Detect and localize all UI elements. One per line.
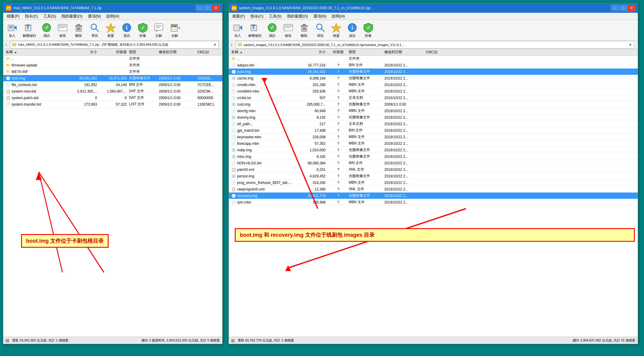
left-menu-fav[interactable]: 我的最愛(O) bbox=[59, 13, 85, 20]
right-tool-antivirus-label: 防毒 bbox=[365, 34, 372, 38]
right-tool-test[interactable]: ✓ 測試 bbox=[265, 21, 279, 39]
left-tool-extract[interactable]: 解壓縮到 bbox=[21, 21, 38, 39]
right-row-11[interactable]: 📄gpt_main0.bin 17,408 ? BIN 文件 2019/10/2… bbox=[229, 127, 638, 134]
left-col-packed-header[interactable]: 封裝後 bbox=[99, 50, 129, 55]
left-address-dropdown[interactable]: ▼ bbox=[213, 43, 217, 47]
left-tool-selfextract[interactable]: EXE 自解 bbox=[168, 21, 182, 39]
left-row-0[interactable]: 📁.. 文件夾 bbox=[3, 55, 222, 62]
left-col-crc-header[interactable]: CRC32 bbox=[197, 50, 221, 54]
right-row-4[interactable]: 📄cmnlib.mbn 201,280 ? MBN 文件 2019/10/22 … bbox=[229, 82, 638, 88]
left-up-arrow: ↑ bbox=[5, 42, 7, 47]
right-row-14[interactable]: 💿mdtp.img 1,024,000 ? 光盤映像文件 2019/10/22 … bbox=[229, 147, 638, 153]
right-tool-info[interactable]: i 資訊 bbox=[345, 21, 359, 39]
right-address-dropdown[interactable]: ▼ bbox=[629, 43, 632, 47]
left-row-2[interactable]: 📁META-INF 文件夾 bbox=[3, 69, 222, 75]
left-window-title: miui_HM4X_V11.0.1.0.NAMCNXM_7e7448fe6d_7… bbox=[13, 6, 194, 10]
left-tool-info[interactable]: i 資訊 bbox=[120, 21, 134, 39]
right-address-text: santoni_images_V11.0.1.0.NAMCNXM_2019102… bbox=[244, 43, 627, 47]
left-extract-icon bbox=[24, 22, 35, 33]
right-row-18[interactable]: 💿persist.img 4,829,452 ? 光盤映像文件 2019/10/… bbox=[229, 173, 638, 179]
left-tool-wizard[interactable]: 精靈 bbox=[104, 21, 118, 39]
right-file-list[interactable]: 📁.. 文件夾 📄adspso.bin 16,777,216 ? BIN 文件 … bbox=[229, 55, 638, 337]
right-row-5[interactable]: 📄cmnlib64.mbn 255,936 ? MBN 文件 2019/10/2… bbox=[229, 88, 638, 95]
left-row-7-name: 📄system.transfer.list bbox=[4, 102, 64, 107]
right-row-10[interactable]: 📄elf_path... 217 ? 文本文档 2019/10/22 2... bbox=[229, 121, 638, 127]
right-close-btn[interactable]: ✕ bbox=[628, 5, 635, 11]
right-row-22[interactable]: 📄rpm.mbn 185,968 ? MBN 文件 2019/10/22 2..… bbox=[229, 199, 638, 206]
right-row-3[interactable]: 💿cache.img 6,398,184 ? 光盤映像文件 2019/10/22… bbox=[229, 75, 638, 82]
right-row-17[interactable]: 📋patch0.xml 6,251 ? XML 文件 2019/10/22 2.… bbox=[229, 166, 638, 173]
left-row-3[interactable]: 💿boot.img 29,341,002 15,971,923 光盤映像文件 2… bbox=[3, 75, 222, 82]
left-row-1[interactable]: 📁firmware-update 文件夾 bbox=[3, 62, 222, 69]
left-tool-delete[interactable]: 刪除 bbox=[72, 21, 86, 39]
left-address-icon: ZIP bbox=[12, 42, 16, 47]
left-menu-help[interactable]: 說明(H) bbox=[104, 13, 122, 20]
right-tool-view[interactable]: 檢視 bbox=[281, 21, 295, 39]
left-row-3-name: 💿boot.img bbox=[4, 76, 64, 81]
right-address-bar[interactable]: TGZ santoni_images_V11.0.1.0.NAMCNXM_201… bbox=[236, 41, 634, 49]
right-row-6[interactable]: 📄crclist.txt 507 ? 文本文档 2019/10/22 2... bbox=[229, 95, 638, 101]
right-minimize-btn[interactable]: ─ bbox=[611, 5, 619, 11]
left-menu-tools[interactable]: 工具(S) bbox=[41, 13, 58, 20]
right-menu-cmd[interactable]: 指令(C) bbox=[248, 13, 266, 20]
left-col-type-header[interactable]: 類型 bbox=[129, 50, 159, 55]
right-row-20[interactable]: 📋rawprogram0.xml 12,380 ? XML 文件 2019/10… bbox=[229, 186, 638, 193]
right-tool-find[interactable]: 尋找 bbox=[313, 21, 327, 39]
left-address-bar[interactable]: ZIP miui_HM4X_V11.0.1.0.NAMCNXM_7e7448fe… bbox=[10, 41, 219, 49]
left-menu-file[interactable]: 檔案(F) bbox=[4, 13, 22, 20]
left-file-list[interactable]: 📁.. 文件夾 📁firmware-update 文件夾 📁MET bbox=[3, 55, 222, 337]
right-tool-add[interactable]: 加入 bbox=[231, 21, 245, 39]
svg-text:✓: ✓ bbox=[270, 25, 275, 31]
left-close-btn[interactable]: ✕ bbox=[212, 5, 220, 11]
right-row-12[interactable]: 📄keymaster.mbn 226,008 ? MBN 文件 2019/10/… bbox=[229, 134, 638, 140]
left-col-date-header[interactable]: 修改的日期 bbox=[159, 50, 197, 55]
left-tool-add[interactable]: 加入 bbox=[5, 21, 19, 39]
right-menu-file[interactable]: 檔案(F) bbox=[230, 13, 248, 20]
right-menu-help[interactable]: 說明(H) bbox=[329, 13, 347, 20]
left-col-size-header[interactable]: 大小 bbox=[64, 50, 99, 55]
right-row-7[interactable]: 💿cust.img 285,000,7... ? 光盤映像文件 2009/1/1… bbox=[229, 101, 638, 108]
left-tool-find[interactable]: 尋找 bbox=[88, 21, 102, 39]
right-row-2[interactable]: 💿boot.img 29,341,002 ? 光盤映像文件 2019/10/22… bbox=[229, 69, 638, 75]
right-row-0[interactable]: 📁.. 文件夾 bbox=[229, 55, 638, 62]
left-minimize-btn[interactable]: ─ bbox=[196, 5, 203, 11]
right-col-crc-header[interactable]: CRC32 bbox=[426, 50, 637, 54]
right-col-packed-header[interactable]: 封裝後 bbox=[328, 50, 349, 55]
right-tool-extract[interactable]: 解壓縮到 bbox=[247, 21, 263, 39]
left-menu-options[interactable]: 選項(N) bbox=[85, 13, 103, 20]
left-row-5[interactable]: 📋system.new.dat 2,812,305,... 1,564,897,… bbox=[3, 88, 222, 95]
right-menu-tools[interactable]: 工具(S) bbox=[267, 13, 284, 20]
left-tool-antivirus[interactable]: ✓ 防毒 bbox=[136, 21, 150, 39]
right-row-21[interactable]: 💿recovery.img 31,421,774 ? 光盤映像文件 2019/1… bbox=[229, 193, 638, 199]
right-col-size-header[interactable]: 大小 bbox=[295, 50, 328, 55]
left-menu-cmd[interactable]: 指令(C) bbox=[23, 13, 40, 20]
svg-text:✓: ✓ bbox=[367, 25, 370, 30]
left-row-4[interactable]: 📄file_contexts.bin 191,952 24,149 BIN 文件… bbox=[3, 82, 222, 88]
right-maximize-btn[interactable]: □ bbox=[619, 5, 627, 11]
right-row-8[interactable]: 📄devcfg.mbn 60,948 ? MBN 文件 2019/10/22 2… bbox=[229, 108, 638, 114]
right-row-16[interactable]: 📄NON-HLOS.bin 88,080,384 ? BIN 文件 2019/1… bbox=[229, 160, 638, 166]
right-row-13[interactable]: 📄lksecapp.mbn 57,352 ? MBN 文件 2019/10/22… bbox=[229, 140, 638, 147]
left-tool-comment[interactable]: 註解 bbox=[152, 21, 166, 39]
left-maximize-btn[interactable]: □ bbox=[204, 5, 212, 11]
left-window-icon: ZIP bbox=[6, 5, 12, 11]
right-row-15[interactable]: 💿misc.img 8,192 ? 光盤映像文件 2019/10/22 2... bbox=[229, 153, 638, 160]
svg-line-23 bbox=[96, 28, 99, 31]
right-row-1[interactable]: 📄adspso.bin 16,777,216 ? BIN 文件 2019/10/… bbox=[229, 62, 638, 69]
right-tool-wizard[interactable]: 精靈 bbox=[329, 21, 343, 39]
left-col-name-header[interactable]: 名稱 ▲ bbox=[4, 50, 64, 55]
right-row-19[interactable]: 📄prog_emmc_firehose_8937_ddr.... 416,280… bbox=[229, 179, 638, 186]
right-col-name-header[interactable]: 名稱 ▲ bbox=[230, 50, 295, 55]
right-tool-view-label: 檢視 bbox=[285, 34, 291, 38]
right-row-9[interactable]: 💿dummy.img 8,192 ? 光盤映像文件 2019/10/22 2..… bbox=[229, 114, 638, 121]
right-menu-fav[interactable]: 我的最愛(O) bbox=[285, 13, 310, 20]
left-row-7[interactable]: 📄system.transfer.list 173,963 57,322 LIS… bbox=[3, 101, 222, 108]
left-tool-view[interactable]: 檢視 bbox=[55, 21, 70, 39]
right-col-type-header[interactable]: 類型 bbox=[349, 50, 384, 55]
right-tool-delete[interactable]: 刪除 bbox=[297, 21, 311, 39]
right-menu-options[interactable]: 選項(N) bbox=[311, 13, 329, 20]
left-row-6[interactable]: 📋system.patch.dat 0 0 DAT 文件 2009/1/1 0:… bbox=[3, 95, 222, 101]
right-tool-antivirus[interactable]: ✓ 防毒 bbox=[361, 21, 375, 39]
left-tool-test[interactable]: ✓ 測試 bbox=[39, 21, 54, 39]
right-col-date-header[interactable]: 修改的日期 bbox=[384, 50, 426, 55]
